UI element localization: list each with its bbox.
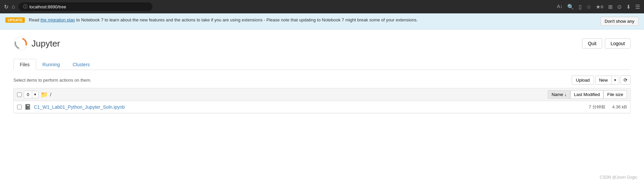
file-toolbar-right: Upload New ▾ ⟳ (572, 75, 631, 85)
name-column-header[interactable]: Name ↓ (548, 90, 570, 99)
history-icon[interactable]: ⊙ (617, 4, 622, 10)
counter-dropdown-button[interactable]: ▾ (32, 91, 38, 98)
banner-text-before: Read (29, 17, 41, 22)
jupyter-logo: Jupyter (13, 36, 60, 51)
refresh-button[interactable]: ⟳ (621, 75, 631, 85)
file-table: 0 ▾ 📁 / Name ↓ Last Modified File size (13, 88, 631, 113)
dont-show-button[interactable]: Don't show any (600, 17, 639, 26)
banner-text-after: to Notebook 7 to learn about the new fea… (75, 17, 418, 22)
notebook-icon: 📓 (24, 104, 31, 110)
upload-button[interactable]: Upload (572, 76, 594, 85)
file-row-right: 7 分钟前 4.36 kB (589, 104, 627, 110)
jupyter-title: Jupyter (31, 38, 60, 49)
counter-group: 0 ▾ (24, 91, 39, 98)
home-icon[interactable]: ⌂ (12, 4, 15, 10)
file-table-header-row: 0 ▾ 📁 / Name ↓ Last Modified File size (14, 88, 630, 101)
file-size-column-header[interactable]: File size (603, 90, 627, 99)
download-icon[interactable]: ⬇ (626, 4, 631, 10)
svg-point-0 (14, 37, 27, 50)
tab-clusters[interactable]: Clusters (66, 59, 96, 70)
file-toolbar: Select items to perform actions on them.… (13, 75, 631, 85)
font-icon[interactable]: A↕ (557, 4, 562, 10)
migration-plan-link[interactable]: the migration plan (41, 17, 75, 22)
folder-icon: 📁 (41, 91, 48, 98)
url-text: localhost:8890/tree (29, 4, 66, 9)
new-button-group: New ▾ (595, 76, 619, 85)
new-dropdown-button[interactable]: ▾ (611, 76, 619, 84)
select-all-checkbox[interactable] (17, 92, 22, 97)
tab-files[interactable]: Files (13, 59, 36, 70)
file-link[interactable]: C1_W1_Lab01_Python_Jupyter_Soln.ipynb (34, 104, 125, 110)
last-modified-column-header[interactable]: Last Modified (570, 90, 603, 99)
file-header-left: 0 ▾ 📁 / (17, 91, 548, 98)
zoom-icon[interactable]: 🔍 (567, 4, 574, 10)
menu-icon[interactable]: ☰ (635, 4, 640, 10)
extensions-icon[interactable]: ⊞ (608, 4, 613, 10)
jupyter-logo-icon (13, 36, 28, 51)
jupyter-header: Jupyter Quit Logout (13, 36, 631, 51)
file-checkbox[interactable] (17, 105, 22, 109)
new-main-button[interactable]: New (596, 76, 611, 84)
tabs-container: Files Running Clusters (13, 59, 631, 70)
update-badge: UPDATE (5, 17, 25, 23)
file-header-right: Name ↓ Last Modified File size (548, 90, 627, 99)
tab-running[interactable]: Running (36, 59, 66, 70)
update-banner: UPDATE Read the migration plan to Notebo… (0, 13, 644, 29)
logout-button[interactable]: Logout (605, 38, 631, 49)
breadcrumb-path: / (50, 92, 51, 97)
select-hint: Select items to perform actions on them. (13, 78, 91, 83)
reload-icon[interactable]: ↻ (4, 4, 8, 10)
main-content: Jupyter Quit Logout Files Running Cluste… (0, 29, 644, 120)
quit-button[interactable]: Quit (582, 38, 602, 49)
bookmarks-icon[interactable]: ★≡ (596, 4, 603, 10)
browser-nav-icons: A↕ 🔍 ▯ ☆ ★≡ ⊞ ⊙ ⬇ ☰ (557, 4, 640, 10)
url-bar[interactable]: ⓘ localhost:8890/tree (18, 2, 152, 11)
split-icon[interactable]: ▯ (579, 4, 582, 10)
selected-count: 0 (24, 91, 32, 98)
banner-text: UPDATE Read the migration plan to Notebo… (5, 17, 595, 23)
star-icon[interactable]: ☆ (586, 4, 591, 10)
browser-chrome: ↻ ⌂ ⓘ localhost:8890/tree A↕ 🔍 ▯ ☆ ★≡ ⊞ … (0, 0, 644, 13)
header-buttons: Quit Logout (582, 38, 631, 49)
table-row: 📓 C1_W1_Lab01_Python_Jupyter_Soln.ipynb … (14, 101, 630, 113)
file-last-modified: 7 分钟前 (589, 104, 605, 110)
file-row-left: 📓 C1_W1_Lab01_Python_Jupyter_Soln.ipynb (17, 104, 589, 110)
file-size: 4.36 kB (612, 104, 627, 109)
info-icon: ⓘ (23, 4, 27, 10)
